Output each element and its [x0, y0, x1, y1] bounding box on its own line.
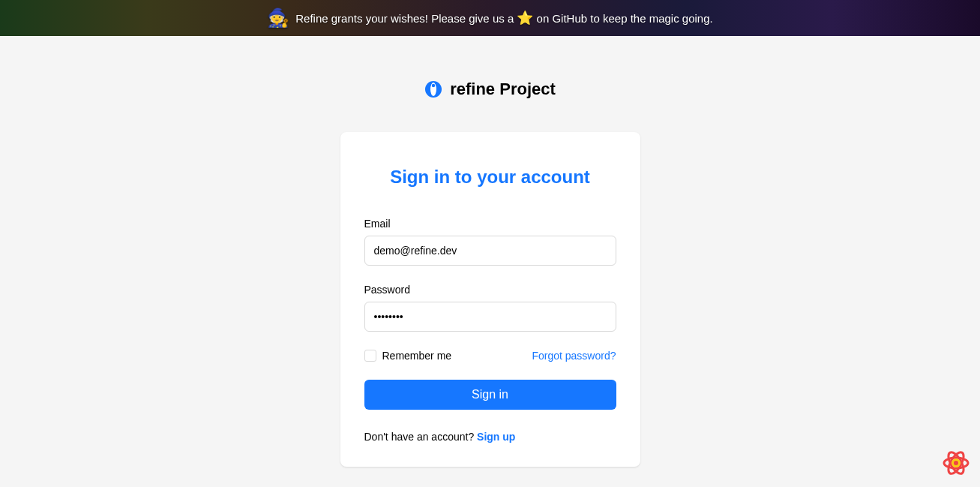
- brand-title: refine Project: [450, 80, 556, 99]
- svg-point-7: [954, 461, 958, 465]
- banner-text-after: on GitHub to keep the magic going.: [537, 12, 713, 25]
- signin-card: Sign in to your account Email Password R…: [340, 132, 640, 467]
- signup-row: Don't have an account? Sign up: [364, 431, 616, 443]
- password-label: Password: [364, 284, 616, 296]
- page-content: refine Project Sign in to your account E…: [0, 36, 980, 467]
- card-title: Sign in to your account: [364, 167, 616, 188]
- wizard-icon: 🧙: [267, 8, 289, 29]
- password-field[interactable]: [364, 302, 616, 332]
- forgot-password-link[interactable]: Forgot password?: [532, 350, 616, 362]
- banner-text-before: Refine grants your wishes! Please give u…: [295, 12, 517, 25]
- react-query-devtools-icon[interactable]: [941, 448, 971, 478]
- email-field[interactable]: [364, 236, 616, 266]
- promo-banner: 🧙 Refine grants your wishes! Please give…: [0, 0, 980, 36]
- options-row: Remember me Forgot password?: [364, 350, 616, 362]
- remember-me-wrap[interactable]: Remember me: [364, 350, 452, 362]
- password-group: Password: [364, 284, 616, 332]
- star-icon: ⭐: [517, 11, 533, 26]
- signup-prompt: Don't have an account?: [364, 431, 478, 443]
- refine-logo-icon: [424, 80, 442, 98]
- svg-point-2: [432, 84, 435, 87]
- signup-link[interactable]: Sign up: [477, 431, 515, 443]
- signin-button[interactable]: Sign in: [364, 380, 616, 410]
- remember-me-checkbox[interactable]: [364, 350, 376, 362]
- banner-text: Refine grants your wishes! Please give u…: [295, 10, 712, 26]
- brand-header: refine Project: [424, 80, 556, 99]
- remember-me-label: Remember me: [382, 350, 452, 362]
- email-label: Email: [364, 218, 616, 230]
- email-group: Email: [364, 218, 616, 266]
